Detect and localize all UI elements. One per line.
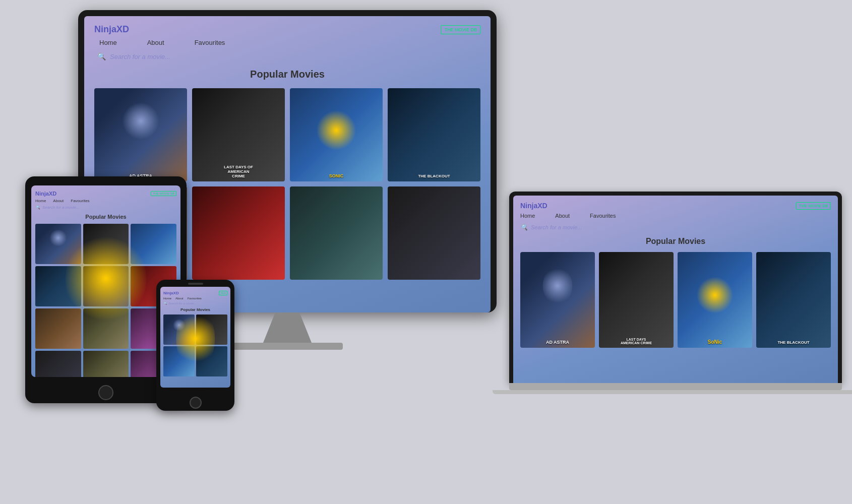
tablet-search-placeholder: Search for a movie...: [42, 205, 80, 210]
laptop-device: NinjaXD THE MOVIE DB Home About Favourit…: [509, 192, 842, 408]
laptop-header: NinjaXD THE MOVIE DB: [520, 202, 831, 210]
laptop-movie-grid: AD ASTRA LAST DAYSAMERICAN CRIME SoNic T…: [520, 252, 831, 348]
phone-search-bar[interactable]: 🔍 Search for a movie...: [163, 301, 227, 305]
laptop-search-bar[interactable]: 🔍 Search for a movie...: [520, 224, 831, 231]
laptop-nav-home[interactable]: Home: [520, 213, 535, 219]
monitor-search-bar[interactable]: 🔍 Search for a movie...: [94, 52, 480, 60]
laptop-tmdb-badge: THE MOVIE DB: [796, 202, 831, 210]
tablet-tmdb-badge: THE MOVIE DB: [151, 191, 176, 196]
monitor-logo: NinjaXD: [94, 24, 129, 35]
monitor-search-placeholder: Search for a movie...: [110, 53, 170, 60]
monitor-header: NinjaXD THE MOVIE DB: [94, 24, 480, 35]
tablet-movie-card[interactable]: [83, 351, 129, 377]
tablet-section-title: Popular Movies: [35, 214, 176, 220]
laptop-movie-card-sonic[interactable]: SoNic: [678, 252, 752, 348]
movie-title-label: SoNic: [678, 338, 752, 346]
movie-title-label: LAST DAYSAMERICAN CRIME: [599, 337, 674, 346]
laptop-movie-card-lastdays[interactable]: LAST DAYSAMERICAN CRIME: [599, 252, 674, 348]
movie-title-label: THE BLACKOUT: [388, 173, 480, 179]
monitor-section-title: Popular Movies: [94, 69, 480, 80]
laptop-movie-card-adastra[interactable]: AD ASTRA: [520, 252, 595, 348]
laptop-base: [509, 383, 842, 390]
tablet-movie-card[interactable]: [35, 308, 81, 349]
phone-nav-about[interactable]: About: [175, 297, 184, 300]
monitor-search-icon: 🔍: [97, 52, 106, 60]
phone-device: NinjaXD TMDB Home About Favourites 🔍 Sea…: [156, 280, 234, 411]
tablet-search-bar[interactable]: 🔍 Search for a movie...: [35, 205, 176, 210]
tablet-logo: NinjaXD: [35, 191, 56, 197]
laptop-logo: NinjaXD: [520, 202, 547, 210]
phone-tmdb-badge: TMDB: [219, 291, 227, 295]
phone-home-button[interactable]: [190, 397, 202, 409]
monitor-movie-card[interactable]: SONIC: [290, 88, 383, 181]
monitor-base: [232, 343, 343, 350]
tablet-movie-card[interactable]: [35, 351, 81, 377]
monitor-movie-card[interactable]: [192, 186, 285, 280]
laptop-search-icon: 🔍: [520, 224, 528, 231]
tablet-nav-about[interactable]: About: [53, 199, 64, 203]
tablet-nav-favourites[interactable]: Favourites: [71, 199, 89, 203]
monitor-nav-home[interactable]: Home: [99, 39, 117, 46]
movie-title-label: THE BLACKOUT: [756, 339, 831, 346]
laptop-section-title: Popular Movies: [520, 237, 831, 246]
movie-title-label: LAST DAYS OFAMERICANCRIME: [192, 164, 285, 179]
phone-nav: Home About Favourites: [163, 297, 227, 300]
tablet-nav: Home About Favourites: [35, 199, 176, 203]
monitor-movie-card[interactable]: [388, 186, 480, 280]
tablet-header: NinjaXD THE MOVIE DB: [35, 191, 176, 197]
laptop-nav-about[interactable]: About: [555, 213, 570, 219]
phone-screen: NinjaXD TMDB Home About Favourites 🔍 Sea…: [160, 287, 230, 388]
phone-speaker: [188, 283, 203, 285]
movie-title-label: AD ASTRA: [520, 339, 595, 346]
laptop-nav: Home About Favourites: [520, 213, 831, 219]
phone-nav-home[interactable]: Home: [163, 297, 171, 300]
phone-logo: NinjaXD: [163, 291, 179, 295]
monitor-movie-card[interactable]: [290, 186, 383, 280]
phone-search-icon: 🔍: [163, 301, 167, 305]
monitor-nav: Home About Favourites: [94, 39, 480, 46]
phone-nav-favourites[interactable]: Favourites: [188, 297, 202, 300]
laptop-nav-favourites[interactable]: Favourites: [590, 213, 616, 219]
monitor-stand: [257, 312, 318, 343]
tablet-home-button[interactable]: [98, 385, 113, 400]
monitor-movie-card[interactable]: LAST DAYS OFAMERICANCRIME: [192, 88, 285, 181]
tablet-movie-grid: [35, 224, 176, 377]
monitor-tmdb-badge: THE MOVIE DB: [441, 25, 480, 34]
monitor-nav-about[interactable]: About: [147, 39, 164, 46]
monitor-nav-favourites[interactable]: Favourites: [195, 39, 225, 46]
phone-body: NinjaXD TMDB Home About Favourites 🔍 Sea…: [156, 280, 234, 411]
monitor-movie-card[interactable]: THE BLACKOUT: [388, 88, 480, 181]
movie-title-label: SONIC: [290, 172, 383, 179]
laptop-movie-card-blackout[interactable]: THE BLACKOUT: [756, 252, 831, 348]
laptop-search-placeholder: Search for a movie...: [531, 224, 582, 230]
laptop-screen-part: NinjaXD THE MOVIE DB Home About Favourit…: [509, 192, 842, 383]
laptop-bottom: [493, 390, 852, 394]
phone-movie-grid: [163, 314, 227, 376]
tablet-nav-home[interactable]: Home: [35, 199, 46, 203]
monitor-movie-card[interactable]: AD ASTRA: [94, 88, 187, 181]
scene: NinjaXD THE MOVIE DB Home About Favourit…: [0, 0, 852, 504]
laptop-screen: NinjaXD THE MOVIE DB Home About Favourit…: [513, 196, 838, 383]
tablet-movie-card[interactable]: [131, 224, 176, 264]
tablet-search-icon: 🔍: [35, 205, 40, 210]
phone-search-placeholder: Search for a movie...: [168, 302, 196, 305]
phone-header: NinjaXD TMDB: [163, 291, 227, 295]
phone-movie-card[interactable]: [163, 346, 195, 376]
